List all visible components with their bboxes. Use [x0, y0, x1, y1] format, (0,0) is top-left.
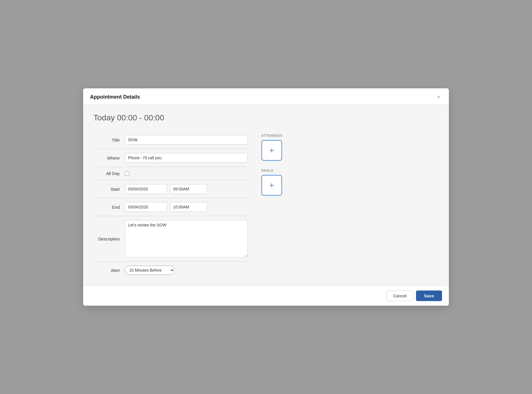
description-textarea[interactable]: Let's review the SOW [125, 220, 248, 257]
alert-select[interactable]: None 5 Minutes Before 10 Minutes Before … [125, 266, 175, 275]
form-layout: Title Where All Day [93, 131, 439, 279]
modal-footer: Cancel Save [83, 286, 449, 306]
end-date-input[interactable] [125, 202, 167, 212]
form-right: ATTENDEES + DEALS + [261, 131, 319, 204]
end-row: End [93, 198, 248, 216]
add-deal-icon: + [269, 181, 274, 190]
all-day-checkbox-wrapper [125, 171, 129, 176]
add-attendee-button[interactable]: + [261, 140, 282, 161]
deals-label: DEALS [261, 169, 319, 172]
add-attendee-icon: + [269, 146, 274, 155]
all-day-label: All Day [93, 171, 125, 176]
start-date-time-group [125, 184, 248, 194]
form-left: Title Where All Day [93, 131, 248, 279]
close-button[interactable]: × [435, 93, 442, 100]
modal-body: Today 00:00 - 00:00 Title Where [83, 105, 449, 286]
modal-backdrop: Appointment Details × Today 00:00 - 00:0… [0, 0, 532, 394]
add-deal-button[interactable]: + [261, 175, 282, 196]
deals-section: DEALS + [261, 169, 319, 196]
end-date-time-group [125, 202, 248, 212]
start-time-input[interactable] [170, 184, 207, 194]
alert-row: Alert None 5 Minutes Before 10 Minutes B… [93, 262, 248, 279]
title-input[interactable] [125, 135, 248, 145]
title-row: Title [93, 131, 248, 149]
end-label: End [93, 205, 125, 210]
title-label: Title [93, 138, 125, 142]
save-button[interactable]: Save [416, 290, 442, 301]
start-row: Start [93, 180, 248, 198]
alert-label: Alert [93, 268, 125, 273]
where-label: Where [93, 156, 125, 160]
start-date-input[interactable] [125, 184, 167, 194]
modal-header: Appointment Details × [83, 88, 449, 105]
date-header: Today 00:00 - 00:00 [93, 113, 439, 122]
description-row: Description Let's review the SOW [93, 216, 248, 262]
where-row: Where [93, 149, 248, 167]
appointment-modal: Appointment Details × Today 00:00 - 00:0… [83, 88, 449, 306]
description-label: Description [93, 236, 125, 241]
attendees-section: ATTENDEES + [261, 134, 319, 161]
start-label: Start [93, 187, 125, 192]
all-day-row: All Day [93, 167, 248, 180]
all-day-checkbox[interactable] [125, 171, 129, 176]
where-input[interactable] [125, 153, 248, 163]
end-time-input[interactable] [170, 202, 207, 212]
attendees-label: ATTENDEES [261, 134, 319, 137]
cancel-button[interactable]: Cancel [387, 290, 413, 301]
modal-title: Appointment Details [90, 94, 140, 100]
